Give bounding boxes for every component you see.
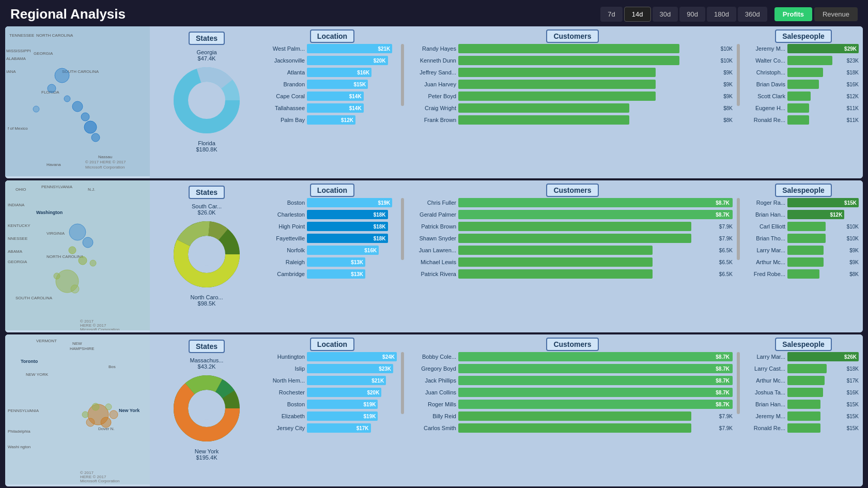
svg-text:Bos: Bos [109, 364, 116, 369]
svg-point-81 [195, 397, 218, 420]
svg-point-74 [92, 403, 99, 410]
svg-text:Microsoft Corporation: Microsoft Corporation [80, 327, 119, 330]
customers-title-northeast: Customers [546, 338, 598, 351]
time-btn-360d[interactable]: 360d [738, 7, 767, 22]
states-title-southeast2: States [189, 186, 225, 199]
svg-text:IANA: IANA [6, 69, 16, 74]
sales-bar-northeast-6: Ronald Re... $15K [748, 423, 859, 433]
svg-text:ABAMA: ABAMA [8, 249, 23, 254]
svg-text:N.J.: N.J. [88, 187, 95, 192]
customer-bar-northeast-6: Carlos Smith $7.9K [412, 423, 733, 433]
location-bar-southeast-5: Tallahassee $14K [268, 103, 397, 113]
svg-text:NEW: NEW [72, 341, 82, 346]
svg-text:Nassau: Nassau [98, 155, 112, 159]
svg-text:Havana: Havana [47, 162, 61, 167]
time-btn-90d[interactable]: 90d [679, 7, 705, 22]
sales-bar-northeast-3: Joshua Ta... $16K [748, 388, 859, 397]
location-bar-northeast-0: Huntington $24K [268, 352, 397, 361]
sales-bar-northeast-4: Brian Han... $15K [748, 400, 859, 409]
location-bar-northeast-4: Boston $19K [268, 400, 397, 409]
svg-text:ALABAMA: ALABAMA [6, 56, 26, 61]
svg-point-42 [69, 224, 86, 240]
sales-panel-southeast2: Salespeople Roger Ra... $15K Brian Han..… [744, 180, 863, 332]
salespeople-title-southeast: Salespeople [775, 29, 832, 43]
customer-bar-southeast-2: Jeffrey Sand... $9K [412, 68, 733, 77]
svg-point-71 [101, 417, 111, 428]
location-panel-southeast: Location West Palm... $21K Jacksonville … [264, 26, 408, 178]
customers-scrollbar-southeast[interactable] [737, 44, 740, 106]
customer-bar-southeast2-5: Michael Lewis $6.5K [412, 257, 733, 267]
customer-bar-northeast-0: Bobby Cole... $8.7K [412, 352, 733, 361]
svg-point-17 [72, 101, 83, 112]
svg-text:PENNSYLVANIA: PENNSYLVANIA [41, 185, 73, 189]
time-buttons: 7d14d30d90d180d360d [600, 7, 767, 22]
location-scrollbar-southeast[interactable] [401, 44, 404, 106]
customers-panel-southeast2: Customers Chris Fuller $8.7K Gerald Palm… [408, 180, 744, 332]
states-top-label-northeast: Massachus...$43.2K [190, 357, 224, 370]
svg-text:NORTH CAROLINA: NORTH CAROLINA [36, 33, 73, 38]
customer-bar-southeast-0: Randy Hayes $10K [412, 44, 733, 53]
svg-text:GEORGIA: GEORGIA [8, 260, 27, 264]
customer-bar-northeast-5: Billy Reid $7.9K [412, 411, 733, 421]
sales-bar-southeast-5: Eugene H... $11K [748, 103, 859, 113]
donut-southeast [173, 67, 240, 134]
location-scrollbar-northeast[interactable] [401, 352, 404, 414]
sales-bar-southeast2-0: Roger Ra... $15K [748, 198, 859, 207]
map-panel-southeast: TENNESSEE NORTH CAROLINA MISSISSIPPI ALA… [5, 26, 150, 178]
svg-text:SOUTH CAROLINA: SOUTH CAROLINA [16, 296, 53, 300]
revenue-button[interactable]: Revenue [814, 7, 858, 21]
time-btn-14d[interactable]: 14d [624, 7, 651, 22]
customer-bar-southeast-5: Craig Wright $8K [412, 103, 733, 113]
donut-southeast2 [173, 221, 240, 288]
svg-point-44 [69, 247, 76, 254]
dashboard-grid: TENNESSEE NORTH CAROLINA MISSISSIPPI ALA… [0, 26, 868, 488]
customer-bar-southeast2-1: Gerald Palmer $8.7K [412, 210, 733, 219]
time-btn-180d[interactable]: 180d [707, 7, 736, 22]
sales-bar-southeast2-4: Larry Mar... $9K [748, 246, 859, 255]
customers-scrollbar-northeast[interactable] [737, 352, 740, 414]
location-bar-southeast-4: Cape Coral $14K [268, 91, 397, 101]
region-row-northeast: VERMONT NEW HAMPSHIRE Toronto NEW YORK B… [5, 334, 863, 486]
sales-bar-southeast2-1: Brian Han... $12K [748, 210, 859, 219]
page-title: Regional Analysis [10, 6, 126, 22]
sales-bar-southeast-3: Brian Davis $16K [748, 80, 859, 89]
location-title-northeast: Location [310, 338, 354, 351]
customer-bar-northeast-3: Juan Collins $8.7K [412, 388, 733, 397]
svg-text:TENNESSEE: TENNESSEE [9, 33, 34, 38]
location-bar-southeast-6: Palm Bay $12K [268, 115, 397, 125]
svg-text:Microsoft Corporation: Microsoft Corporation [85, 165, 125, 170]
sales-bar-northeast-5: Jeremy M... $15K [748, 411, 859, 421]
svg-point-15 [48, 84, 56, 93]
profits-button[interactable]: Profits [774, 7, 812, 21]
states-bottom-label-southeast: Florida$180.8K [196, 140, 218, 152]
customers-scrollbar-southeast2[interactable] [737, 198, 740, 260]
svg-point-14 [55, 68, 69, 83]
location-bar-southeast-3: Brandon $15K [268, 80, 397, 89]
svg-text:GEORGIA: GEORGIA [34, 51, 53, 56]
svg-text:MISSISSIPPI: MISSISSIPPI [6, 49, 31, 53]
location-scrollbar-southeast2[interactable] [401, 198, 404, 260]
location-panel-southeast2: Location Boston $19K Charleston $18K Hig… [264, 180, 408, 332]
location-bar-northeast-3: Rochester $20K [268, 388, 397, 397]
location-bar-southeast-0: West Palm... $21K [268, 44, 397, 53]
states-title-northeast: States [189, 340, 225, 353]
svg-text:Philadelphia: Philadelphia [8, 429, 30, 434]
sales-bar-southeast-4: Scott Clark $12K [748, 91, 859, 101]
svg-point-45 [79, 256, 87, 265]
svg-text:NEW YORK: NEW YORK [26, 372, 49, 377]
sales-bar-northeast-2: Arthur Mc... $17K [748, 376, 859, 385]
salespeople-title-northeast: Salespeople [775, 338, 832, 351]
location-bar-southeast-2: Atlanta $16K [268, 68, 397, 77]
salespeople-title-southeast2: Salespeople [775, 184, 832, 197]
customer-bar-southeast-4: Peter Boyd $9K [412, 91, 733, 101]
svg-point-19 [84, 121, 97, 133]
customer-bar-southeast2-6: Patrick Rivera $6.5K [412, 269, 733, 279]
customer-bar-northeast-1: Gregory Boyd $8.7K [412, 364, 733, 373]
states-top-label-southeast2: South Car...$26.0K [192, 203, 222, 216]
time-btn-30d[interactable]: 30d [653, 7, 678, 22]
sales-bar-southeast2-6: Fred Robe... $8K [748, 269, 859, 279]
time-btn-7d[interactable]: 7d [600, 7, 622, 22]
svg-text:INDIANA: INDIANA [8, 203, 25, 207]
svg-point-16 [64, 96, 70, 102]
svg-point-43 [83, 237, 93, 248]
